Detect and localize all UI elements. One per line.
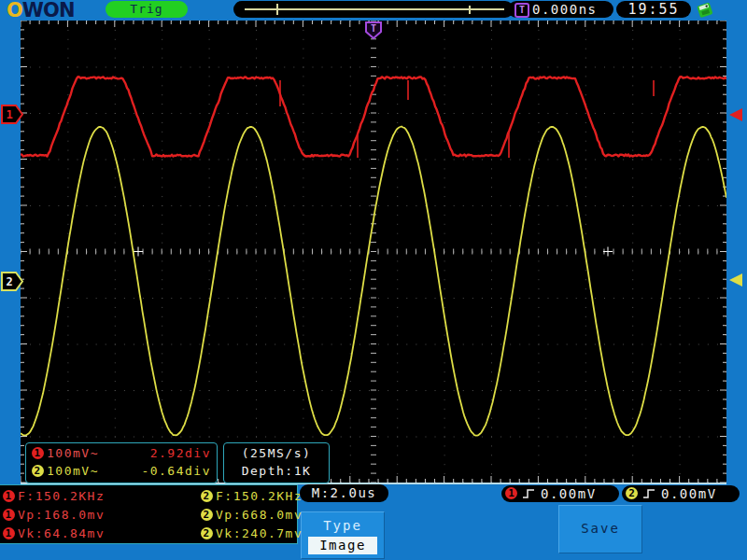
ch1-badge: 1 bbox=[32, 447, 44, 459]
ch1-trigger-level-readout: 1 0.00mV bbox=[501, 485, 619, 502]
ch2-position-flag: 2 bbox=[1, 272, 24, 291]
ch1-position: 2.92div bbox=[150, 446, 211, 460]
type-selected-value: Image bbox=[308, 537, 377, 554]
ch1-vk: Vk:64.84mv bbox=[18, 526, 105, 540]
ch2-badge: 2 bbox=[201, 509, 213, 521]
brand-logo: OWON bbox=[7, 0, 74, 21]
channel-scale-readout: 1 100mV~ 2.92div 2 100mV~ -0.64div bbox=[25, 442, 218, 483]
ch1-trigger-level: 0.00mV bbox=[541, 485, 597, 502]
window-position-marker bbox=[276, 4, 278, 15]
ch1-vp-row: 1Vp:168.0mv bbox=[3, 505, 105, 524]
ch1-scale: 100mV~ bbox=[47, 446, 99, 460]
ch1-vpp: Vp:168.0mv bbox=[18, 508, 105, 522]
ch2-vp-row: 2Vp:668.0mv bbox=[201, 505, 303, 524]
ch1-badge: 1 bbox=[3, 509, 15, 521]
sample-rate: (25MS/s) bbox=[224, 444, 329, 462]
save-softkey-button[interactable]: Save bbox=[558, 505, 642, 553]
ch1-trace bbox=[21, 77, 726, 156]
oscilloscope-ui: { "header": { "logo_o": "O", "logo_rest"… bbox=[0, 0, 747, 560]
scope-display: T 1 100mV~ 2.92div 2 100mV~ -0.64div (25… bbox=[21, 21, 726, 484]
ch2-freq-row: 2F:150.2KHz bbox=[201, 486, 303, 505]
ch2-badge: 2 bbox=[626, 487, 638, 499]
ch1-measurements: 1F:150.2KHz 1Vp:168.0mv 1Vk:64.84mv bbox=[3, 486, 105, 542]
ch2-trace bbox=[21, 127, 726, 436]
usb-storage-icon bbox=[695, 1, 717, 20]
ch2-badge: 2 bbox=[32, 465, 44, 477]
acquire-readout: (25MS/s) Depth:1K bbox=[223, 442, 330, 483]
svg-text:1: 1 bbox=[6, 108, 12, 121]
type-label: Type bbox=[302, 518, 384, 533]
waveform-plot bbox=[21, 21, 726, 483]
ch1-freq-row: 1F:150.2KHz bbox=[3, 486, 105, 505]
ch2-vk-row: 2Vk:240.7mv bbox=[201, 524, 303, 542]
clock: 19:55 bbox=[616, 1, 691, 18]
ch2-position: -0.64div bbox=[141, 464, 211, 478]
ch2-badge: 2 bbox=[201, 527, 213, 539]
ch2-frequency: F:150.2KHz bbox=[216, 489, 303, 503]
trigger-status-badge: Trig bbox=[106, 1, 188, 18]
ch1-frequency: F:150.2KHz bbox=[18, 489, 105, 503]
trigger-time-readout: T 0.000ns bbox=[508, 1, 613, 18]
ch1-level-triangle-icon bbox=[729, 108, 742, 121]
ch2-scale-row: 2 100mV~ -0.64div bbox=[26, 462, 217, 480]
memory-depth: Depth:1K bbox=[224, 462, 329, 480]
trigger-position-icon: T bbox=[364, 21, 383, 40]
trigger-t-icon: T bbox=[514, 3, 529, 18]
record-window-line bbox=[245, 8, 504, 10]
svg-text:2: 2 bbox=[6, 275, 12, 288]
ch2-vk: Vk:240.7mv bbox=[216, 526, 303, 540]
ch1-scale-row: 1 100mV~ 2.92div bbox=[26, 444, 217, 462]
brand-logo-rest: WON bbox=[22, 0, 75, 21]
ch1-vk-row: 1Vk:64.84mv bbox=[3, 524, 105, 542]
ch2-level-triangle-icon bbox=[729, 273, 742, 287]
ch2-trigger-level: 0.00mV bbox=[661, 485, 717, 502]
timebase-readout: M:2.0us bbox=[300, 484, 388, 502]
ch2-vpp: Vp:668.0mv bbox=[216, 508, 303, 522]
trigger-offset-marker bbox=[469, 6, 471, 14]
ch1-badge: 1 bbox=[3, 490, 15, 502]
ch1-position-flag: 1 bbox=[1, 105, 24, 124]
ch1-badge: 1 bbox=[3, 527, 15, 539]
ch2-trigger-level-readout: 2 0.00mV bbox=[622, 485, 740, 502]
svg-text:T: T bbox=[371, 23, 376, 34]
ch2-measurements: 2F:150.2KHz 2Vp:668.0mv 2Vk:240.7mv bbox=[201, 486, 303, 542]
ch2-scale: 100mV~ bbox=[47, 464, 99, 478]
type-softkey-button[interactable]: Type Image bbox=[301, 511, 385, 559]
ch1-badge: 1 bbox=[505, 487, 517, 499]
brand-logo-o: O bbox=[7, 0, 22, 21]
rising-edge-icon bbox=[522, 487, 536, 500]
measurement-panel: 1F:150.2KHz 1Vp:168.0mv 1Vk:64.84mv 2F:1… bbox=[0, 484, 298, 544]
trigger-position-bar bbox=[233, 1, 514, 18]
ch2-badge: 2 bbox=[201, 490, 213, 502]
trigger-time-value: 0.000ns bbox=[532, 1, 598, 18]
rising-edge-icon bbox=[642, 487, 656, 500]
